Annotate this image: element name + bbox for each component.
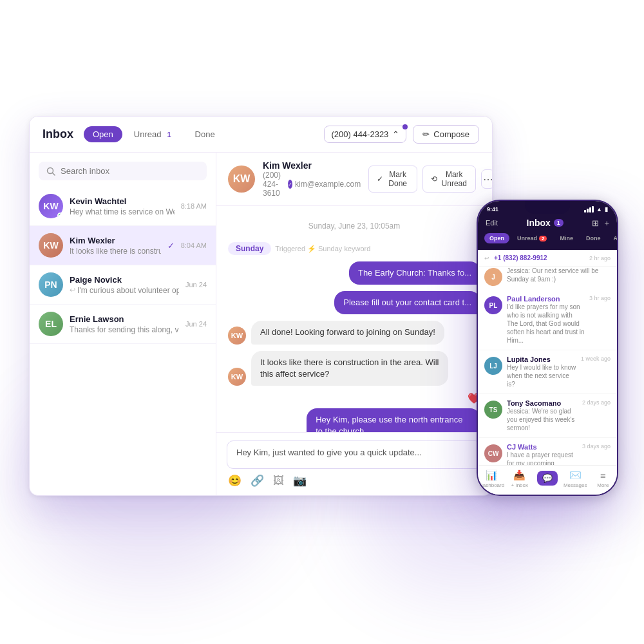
chat-contact-sub: (200) 424-3610 ✓ kim@example.com [263,171,361,198]
top-bar-right: (200) 444-2323 ⌃ ✏ Compose [324,125,479,144]
phone-number-text: +1 (832) 882-9912 [494,254,585,261]
message-bubble-3: All done! Looking forward to joining on … [251,321,444,344]
phone-contact-tony[interactable]: TS Tony Sacomano Jessica: We're so glad … [478,394,617,438]
phone-notch [525,201,570,214]
link-icon[interactable]: 🔗 [251,474,264,488]
contact-item-ernie[interactable]: EL Ernie Lawson Thanks for sending this … [30,305,216,344]
phone-tab-open[interactable]: Open [484,233,509,243]
tab-open[interactable]: Open [84,126,122,142]
phone-bottom-nav: 📊 Dashboard 📥 + Inbox 💬 ✉️ Messages [478,465,617,495]
phone-contact-preview-row-1: J Jessica: Our next service will be Sund… [478,267,617,290]
inbox-icon: 📥 [513,469,526,481]
contact-name-ernie: Ernie Lawson [70,314,179,324]
messages-icon: ✉️ [569,469,582,481]
compose-label: Compose [433,129,469,139]
contact-info-kevin: Kevin Wachtel Hey what time is service o… [70,196,175,216]
contact-time-ernie: Jun 24 [185,320,207,328]
more-options-button[interactable]: ⋯ [481,169,492,189]
mark-done-label: Mark Done [386,170,409,188]
contact-preview-kevin: Hey what time is service on Wedne... [70,207,175,216]
phone-nav-messages[interactable]: ✉️ Messages [562,469,588,488]
phone-contact-number[interactable]: ↩ +1 (832) 882-9912 2 hr ago [478,250,617,267]
phone-info-tony: Tony Sacomano Jessica: We're so glad you… [507,399,578,432]
compose-button[interactable]: ✏ Compose [413,125,479,144]
phone-time-paul: 3 hr ago [589,295,611,301]
phone-number: (200) 444-2323 [331,129,388,139]
signal-bar-4 [592,206,594,213]
msg-avatar-4: KW [228,368,246,386]
phone-tab-mine[interactable]: Mine [554,233,578,243]
phone-contacts: ↩ +1 (832) 882-9912 2 hr ago J Jessica: … [478,250,617,465]
contact-info-paige: Paige Novick ↩ I'm curious about volunte… [70,275,179,295]
phone-wrapper: 9:41 ▲ ▮ Edit [477,200,618,496]
message-row-3: KW All done! Looking forward to joining … [228,321,480,344]
tab-unread-label: Unread [134,129,162,139]
keyword-icon: ⚡ [307,245,316,253]
phone-avatar-paul: PL [484,296,502,314]
contact-item-kevin[interactable]: KW Kevin Wachtel Hey what time is servic… [30,187,216,226]
search-bar [30,153,216,187]
dashboard-icon: 📊 [486,469,498,481]
tab-group: Open Unread 1 Done [84,126,224,142]
phone-contact-cj[interactable]: CW CJ Watts I have a prayer request for … [478,438,617,465]
phone-tab-all[interactable]: All [609,233,618,243]
phone-inbox-label: Inbox [527,218,551,228]
phone-time-cj: 3 days ago [582,443,611,450]
tab-unread[interactable]: Unread 1 [125,126,184,142]
phone-nav-more[interactable]: ≡ More [590,470,616,488]
chat-input-box[interactable]: Hey Kim, just wanted to give you a quick… [227,440,482,469]
message-bubble-1: The Early Church: Thanks fo... [349,261,480,285]
contact-item-kim[interactable]: KW Kim Wexler It looks like there is con… [30,226,216,265]
contact-name-paige: Paige Novick [70,275,179,285]
phone-selector[interactable]: (200) 444-2323 ⌃ [324,126,406,143]
chat-header: KW Kim Wexler (200) 424-3610 ✓ kim@examp… [216,153,492,206]
phone-contact-lupita[interactable]: LJ Lupita Jones Hey I would like to know… [478,350,617,394]
video-icon[interactable]: 📷 [293,474,307,488]
emoji-icon[interactable]: 😊 [228,474,242,488]
phone-name-cj: CJ Watts [507,443,578,451]
contact-phone: (200) 424-3610 [263,171,285,198]
phone-info-paul: Paul Landerson I'd like prayers for my s… [507,295,585,345]
dashboard-label: Dashboard [479,482,504,488]
status-icons: ▲ ▮ [584,206,608,213]
phone-screen: 9:41 ▲ ▮ Edit [478,201,617,495]
tab-done[interactable]: Done [186,126,224,142]
chevron-icon: ⌃ [392,129,399,139]
phone-edit-button[interactable]: Edit [486,219,498,227]
main-content: KW Kevin Wachtel Hey what time is servic… [30,153,492,495]
phone-preview-paul: I'd like prayers for my son who is not w… [507,303,585,345]
message-bubble-2: Please fill out your contact card t... [334,291,480,314]
phone-contact-paul[interactable]: PL Paul Landerson I'd like prayers for m… [478,290,617,350]
image-icon[interactable]: 🖼 [273,475,284,488]
phone-avatar-jessica: J [484,268,502,286]
preview-text-paige: I'm curious about volunteer opp... [77,286,179,295]
phone-tab-done[interactable]: Done [581,233,606,243]
search-input-wrap[interactable] [39,162,207,180]
phone-frame: 9:41 ▲ ▮ Edit [477,200,618,496]
search-icon [46,167,55,176]
phone-time-tony: 2 days ago [582,399,611,406]
desktop-window: Inbox Open Unread 1 Done (200) 444-2323 … [29,116,493,496]
message-row-4: KW It looks like there is construction i… [228,351,480,386]
grid-icon[interactable]: ⊞ [592,218,599,228]
phone-tab-unread[interactable]: Unread 2 [512,233,552,243]
mark-done-button[interactable]: ✓ Mark Done [368,166,417,193]
chat-contact-details: Kim Wexler (200) 424-3610 ✓ kim@example.… [263,160,361,198]
reaction-group: ❤️ Hey Kim, please use the north entranc… [228,392,480,432]
triggered-label: Triggered [275,245,305,252]
contact-item-paige[interactable]: PN Paige Novick ↩ I'm curious about volu… [30,265,216,305]
phone-avatar-tony: TS [484,401,502,419]
mark-unread-button[interactable]: ⟲ Mark Unread [422,166,476,193]
phone-nav-dashboard[interactable]: 📊 Dashboard [479,469,505,488]
phone-name-tony: Tony Sacomano [507,399,578,407]
phone-nav-inbox[interactable]: 📥 + Inbox [507,469,533,488]
phone-avatar-cj: CW [484,444,502,462]
phone-nav-icons: ⊞ + [592,218,609,228]
avatar-initials-ernie: EL [45,319,57,329]
search-input[interactable] [61,166,199,176]
avatar-initials-kim: KW [43,240,58,251]
online-indicator [57,213,63,218]
phone-nav-chat[interactable]: 💬 [535,471,560,487]
plus-icon[interactable]: + [604,218,609,228]
signal-bar-3 [589,207,591,213]
